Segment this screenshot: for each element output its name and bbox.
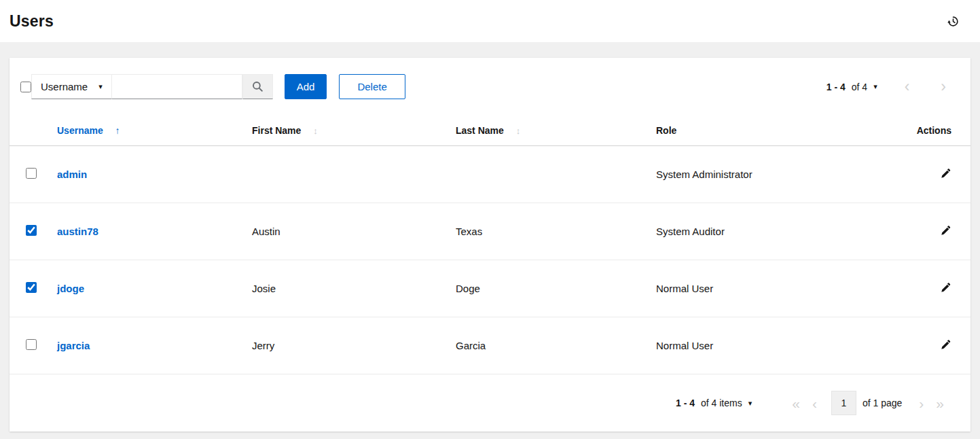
table-row: admin System Administrator (10, 146, 970, 203)
column-header-username[interactable]: Username ↑ (57, 116, 252, 146)
last-name-cell (456, 146, 656, 203)
search-input[interactable] (112, 74, 242, 99)
history-icon (947, 15, 960, 28)
last-name-cell: Doge (456, 260, 656, 317)
username-cell: jdoge (57, 260, 252, 317)
sort-ascending-icon: ↑ (115, 125, 120, 136)
filter-key-label: Username (41, 81, 88, 92)
filter-group: Username ▾ (31, 74, 273, 99)
first-name-cell (252, 146, 456, 203)
edit-button[interactable] (941, 339, 951, 350)
search-icon (252, 81, 264, 92)
column-label-last-name: Last Name (456, 125, 504, 136)
page-header: Users (0, 0, 980, 42)
delete-button[interactable]: Delete (339, 74, 405, 99)
column-label-first-name: First Name (252, 125, 301, 136)
actions-cell (900, 203, 970, 260)
next-page-button[interactable]: › (913, 396, 930, 410)
row-checkbox[interactable] (26, 282, 37, 293)
row-checkbox-cell (10, 203, 57, 260)
prev-page-button[interactable]: ‹ (806, 396, 823, 410)
toolbar-pagination: 1 - 4 of 4 ▾ ‹ › (827, 79, 960, 94)
prev-page-button[interactable]: ‹ (899, 79, 915, 94)
username-cell: austin78 (57, 203, 252, 260)
sort-icon: ↕ (516, 126, 521, 136)
row-checkbox[interactable] (26, 339, 37, 350)
filter-key-dropdown[interactable]: Username ▾ (31, 74, 112, 99)
username-link[interactable]: jgarcia (57, 340, 90, 351)
column-label-role: Role (656, 125, 676, 136)
page-title: Users (10, 12, 54, 31)
first-page-button[interactable]: « (786, 396, 806, 410)
table-row: austin78 Austin Texas System Auditor (10, 203, 970, 260)
edit-button[interactable] (941, 282, 951, 293)
pagination-of-text: of 4 (852, 82, 867, 92)
column-header-actions: Actions (900, 116, 970, 146)
column-label-actions: Actions (917, 125, 951, 136)
users-list-card: Username ▾ Add Delete 1 - 4 of 4 ▾ (10, 58, 970, 432)
column-header-first-name[interactable]: First Name ↕ (252, 116, 456, 146)
table-row: jgarcia Jerry Garcia Normal User (10, 317, 970, 374)
list-toolbar: Username ▾ Add Delete 1 - 4 of 4 ▾ (10, 58, 970, 116)
toolbar-pagination-summary[interactable]: 1 - 4 of 4 ▾ (827, 82, 877, 92)
footer-pagination-range: 1 - 4 (676, 398, 695, 408)
next-page-button[interactable]: › (935, 79, 951, 94)
last-page-button[interactable]: » (930, 396, 950, 410)
role-cell: Normal User (656, 317, 900, 374)
username-cell: jgarcia (57, 317, 252, 374)
username-link[interactable]: admin (57, 169, 87, 180)
role-cell: Normal User (656, 260, 900, 317)
add-button[interactable]: Add (285, 74, 327, 99)
pencil-icon (941, 339, 951, 350)
pagination-range: 1 - 4 (827, 82, 846, 92)
row-checkbox-cell (10, 260, 57, 317)
chevron-down-icon: ▾ (748, 400, 752, 407)
page-count-label: of 1 page (863, 398, 902, 408)
edit-button[interactable] (941, 225, 951, 236)
last-name-cell: Garcia (456, 317, 656, 374)
sort-icon: ↕ (313, 126, 318, 136)
username-cell: admin (57, 146, 252, 203)
last-name-cell: Texas (456, 203, 656, 260)
pencil-icon (941, 225, 951, 236)
pagination-footer: 1 - 4 of 4 items ▾ « ‹ of 1 page › » (10, 374, 970, 432)
column-header-last-name[interactable]: Last Name ↕ (456, 116, 656, 146)
username-link[interactable]: austin78 (57, 226, 98, 237)
actions-cell (900, 146, 970, 203)
first-name-cell: Josie (252, 260, 456, 317)
footer-pagination-of-text: of 4 items (701, 398, 742, 408)
table-row: jdoge Josie Doge Normal User (10, 260, 970, 317)
pencil-icon (941, 282, 951, 293)
table-header-row: Username ↑ First Name ↕ Last Name ↕ Role… (10, 116, 970, 146)
chevron-down-icon: ▾ (98, 83, 103, 90)
header-checkbox-spacer (10, 116, 57, 146)
pencil-icon (941, 168, 951, 179)
role-cell: System Administrator (656, 146, 900, 203)
row-checkbox[interactable] (26, 225, 37, 236)
chevron-down-icon: ▾ (873, 83, 877, 90)
users-table-body: admin System Administrator (10, 146, 970, 374)
footer-pagination-summary[interactable]: 1 - 4 of 4 items ▾ (676, 398, 752, 408)
first-name-cell: Jerry (252, 317, 456, 374)
select-all-checkbox[interactable] (20, 82, 31, 92)
first-name-cell: Austin (252, 203, 456, 260)
search-button[interactable] (242, 74, 273, 99)
actions-cell (900, 260, 970, 317)
edit-button[interactable] (941, 168, 951, 179)
column-label-username: Username (57, 125, 103, 136)
users-table: Username ↑ First Name ↕ Last Name ↕ Role… (10, 116, 970, 374)
username-link[interactable]: jdoge (57, 283, 84, 294)
row-checkbox-cell (10, 146, 57, 203)
pager-controls: « ‹ of 1 page › » (786, 391, 950, 415)
row-checkbox[interactable] (26, 168, 37, 179)
actions-cell (900, 317, 970, 374)
column-header-role: Role (656, 116, 900, 146)
history-button[interactable] (947, 15, 960, 28)
current-page-input[interactable] (831, 391, 856, 415)
role-cell: System Auditor (656, 203, 900, 260)
row-checkbox-cell (10, 317, 57, 374)
